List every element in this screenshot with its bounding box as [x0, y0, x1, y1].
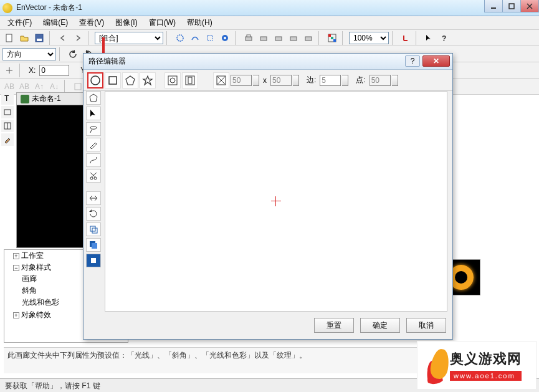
dim2-spin[interactable] — [293, 75, 299, 86]
window-title: EnVector - 未命名-1 — [16, 2, 82, 13]
maximize-button[interactable] — [502, 0, 521, 12]
svg-rect-16 — [305, 37, 312, 41]
left-toolbar: T — [1, 92, 15, 146]
undo-button[interactable] — [66, 47, 80, 61]
menubar: 文件(F) 编辑(E) 查看(V) 图像(I) 窗口(W) 帮助(H) — [0, 16, 539, 30]
menu-view[interactable]: 查看(V) — [74, 16, 109, 29]
print5-button[interactable] — [302, 31, 315, 45]
dialog-close-button[interactable]: ✕ — [422, 55, 450, 67]
dialog-help-button[interactable]: ? — [405, 55, 420, 67]
help-button[interactable]: ? — [437, 31, 451, 45]
svg-rect-13 — [260, 37, 267, 41]
dim1-input[interactable] — [231, 75, 252, 86]
lt-book-icon[interactable] — [1, 120, 14, 132]
shape-symbol1-button[interactable] — [165, 72, 181, 88]
menu-edit[interactable]: 编辑(E) — [38, 16, 73, 29]
sides-spin[interactable] — [342, 75, 348, 86]
dlt-fill-icon[interactable] — [86, 254, 101, 267]
svg-text:T: T — [4, 94, 9, 103]
x-input[interactable] — [39, 65, 69, 76]
minimize-button[interactable] — [484, 0, 503, 12]
menu-window[interactable]: 窗口(W) — [144, 16, 181, 29]
svg-point-10 — [224, 37, 226, 39]
x-sep: x — [263, 76, 267, 85]
snap-button[interactable] — [2, 64, 16, 77]
save-button[interactable] — [32, 31, 46, 45]
dlt-curve-icon[interactable] — [86, 153, 101, 167]
svg-rect-8 — [207, 36, 212, 41]
points-spin[interactable] — [392, 75, 398, 86]
lt-text-icon[interactable]: T — [1, 92, 14, 105]
print2-button[interactable] — [257, 31, 270, 45]
shape-star-button[interactable] — [140, 72, 156, 88]
svg-point-7 — [177, 35, 183, 41]
svg-rect-38 — [188, 77, 192, 84]
tool-c[interactable] — [203, 31, 217, 45]
direction-combo[interactable]: 方向 — [2, 48, 56, 60]
svg-rect-12 — [247, 35, 250, 37]
menu-file[interactable]: 文件(F) — [2, 16, 37, 29]
menu-image[interactable]: 图像(I) — [110, 16, 142, 29]
lt-rect-icon[interactable] — [1, 106, 14, 118]
shape-cross-button[interactable] — [213, 72, 229, 88]
svg-marker-42 — [90, 94, 97, 102]
dlt-polygon-icon[interactable] — [86, 91, 101, 105]
new-button[interactable] — [2, 31, 16, 45]
dim1-spin[interactable] — [253, 75, 259, 86]
svg-rect-6 — [37, 39, 42, 41]
shape-circle-button[interactable] — [87, 72, 103, 88]
redo-small-button[interactable] — [71, 31, 85, 45]
zoom-combo[interactable]: 100% — [349, 32, 389, 44]
print1-button[interactable] — [242, 31, 255, 45]
dialog-titlebar[interactable]: 路径编辑器 ? ✕ — [83, 54, 452, 70]
dialog-title: 路径编辑器 — [88, 56, 126, 67]
tool-d[interactable] — [218, 31, 232, 45]
cancel-button[interactable]: 取消 — [406, 318, 446, 333]
sides-input[interactable] — [320, 75, 341, 86]
svg-point-31 — [91, 76, 100, 85]
reset-button[interactable]: 重置 — [314, 318, 354, 333]
close-button[interactable] — [520, 0, 539, 12]
svg-marker-34 — [143, 76, 152, 85]
svg-marker-33 — [126, 76, 135, 85]
dlt-lasso-icon[interactable] — [86, 122, 101, 136]
open-button[interactable] — [17, 31, 31, 45]
print4-button[interactable] — [287, 31, 300, 45]
dlt-layers-icon[interactable] — [86, 238, 101, 252]
svg-rect-35 — [168, 76, 177, 85]
svg-rect-48 — [92, 228, 97, 233]
app-icon — [2, 3, 12, 13]
icon-x[interactable] — [399, 31, 413, 45]
dlt-copy-icon[interactable] — [86, 222, 101, 236]
dim2-input[interactable] — [270, 75, 292, 86]
svg-rect-50 — [92, 243, 97, 249]
tool-a[interactable] — [173, 31, 187, 45]
shape-pentagon-button[interactable] — [122, 72, 138, 88]
undo-small-button[interactable] — [56, 31, 70, 45]
lt-brush-icon[interactable] — [1, 133, 14, 146]
doc-icon — [21, 95, 29, 103]
print3-button[interactable] — [272, 31, 285, 45]
color-button[interactable] — [325, 31, 339, 45]
points-label: 点: — [356, 75, 365, 85]
dlt-hflip-icon[interactable] — [86, 191, 101, 205]
svg-text:?: ? — [442, 34, 446, 42]
shape-symbol2-button[interactable] — [182, 72, 198, 88]
shape-square-button[interactable] — [105, 72, 121, 88]
titlebar: EnVector - 未命名-1 — [0, 0, 539, 16]
points-input[interactable] — [370, 75, 391, 86]
tool-b[interactable] — [188, 31, 202, 45]
dialog-canvas[interactable] — [105, 91, 447, 312]
dlt-scissors-icon[interactable] — [86, 169, 101, 183]
text-a2: AB — [17, 80, 31, 93]
group-combo[interactable]: [组合] — [95, 32, 163, 44]
dlt-pen-icon[interactable] — [86, 138, 101, 151]
dlt-rotate-icon[interactable] — [86, 207, 101, 221]
cursor-help-button[interactable] — [422, 31, 436, 45]
crosshair-icon — [271, 196, 281, 206]
ok-button[interactable]: 确定 — [360, 318, 400, 333]
menu-help[interactable]: 帮助(H) — [182, 16, 217, 29]
dlt-pointer-icon[interactable] — [86, 107, 101, 120]
svg-point-43 — [90, 177, 93, 179]
dialog-left-tools — [86, 91, 102, 267]
